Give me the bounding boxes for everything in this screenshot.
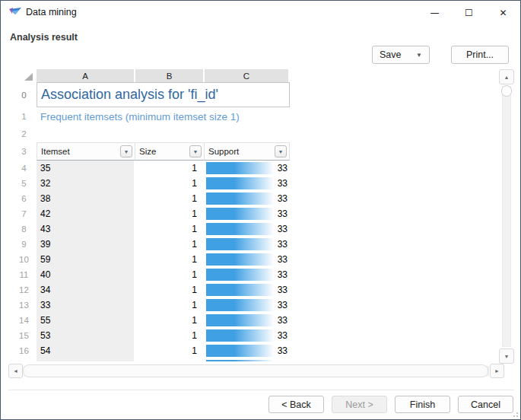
size-cell[interactable]: 1 <box>135 237 205 252</box>
support-column-header[interactable]: Support ▼ <box>205 142 290 161</box>
vertical-scrollbar-thumb[interactable] <box>501 85 512 97</box>
itemset-header-label: Itemset <box>41 147 70 156</box>
footer-divider <box>8 390 514 390</box>
vertical-scrollbar-track[interactable] <box>502 86 511 347</box>
row-number[interactable]: 15 <box>11 328 37 343</box>
save-button[interactable]: Save ▼ <box>372 46 430 64</box>
size-cell[interactable]: 1 <box>135 313 205 328</box>
row-number[interactable]: 4 <box>11 161 37 176</box>
analysis-title-cell[interactable]: Association analysis for 'fi_id' <box>37 82 290 107</box>
back-button[interactable]: < Back <box>268 396 324 413</box>
size-cell[interactable]: 1 <box>135 252 205 267</box>
result-spreadsheet: A B C 0 Association analysis for 'fi_id'… <box>11 69 290 361</box>
scroll-left-button[interactable]: ◄ <box>8 364 23 378</box>
scroll-right-button[interactable]: ► <box>490 364 504 378</box>
row-number[interactable]: 5 <box>11 176 37 191</box>
title-row: 0 Association analysis for 'fi_id' <box>11 82 290 107</box>
table-body: 4 35 1 33 5 32 1 33 6 38 1 33 <box>11 161 290 361</box>
title-bar: Data mining — ☐ ✕ <box>1 1 520 24</box>
itemset-cell[interactable]: 38 <box>37 191 135 206</box>
row-number[interactable]: 8 <box>11 221 37 237</box>
support-cell[interactable]: 33 <box>205 358 290 361</box>
size-cell[interactable]: 1 <box>135 161 205 176</box>
size-filter-button[interactable]: ▼ <box>189 145 202 158</box>
itemset-cell[interactable]: 33 <box>37 298 135 313</box>
support-cell[interactable]: 33 <box>205 221 290 237</box>
support-cell[interactable]: 33 <box>205 328 290 343</box>
size-cell[interactable]: 1 <box>135 358 205 361</box>
scroll-up-button[interactable]: ▲ <box>499 69 514 84</box>
frequent-itemsets-cell[interactable]: Frequent itemsets (minimum itemset size … <box>37 107 290 126</box>
itemset-cell[interactable]: 32 <box>37 176 135 191</box>
row-number[interactable]: 11 <box>11 267 37 282</box>
size-cell[interactable]: 1 <box>135 328 205 343</box>
support-cell[interactable]: 33 <box>205 313 290 328</box>
itemset-cell[interactable]: 31 <box>37 358 135 361</box>
support-cell[interactable]: 33 <box>205 343 290 358</box>
itemset-cell[interactable]: 55 <box>37 313 135 328</box>
select-all-corner[interactable] <box>11 69 37 82</box>
support-cell[interactable]: 33 <box>205 206 290 221</box>
row-number[interactable]: 0 <box>11 82 37 107</box>
itemset-cell[interactable]: 35 <box>37 161 135 176</box>
row-number[interactable]: 2 <box>11 126 37 142</box>
itemset-cell[interactable]: 39 <box>37 237 135 252</box>
row-number[interactable]: 6 <box>11 191 37 206</box>
row-number[interactable]: 17 <box>11 358 37 361</box>
row-number[interactable]: 7 <box>11 206 37 221</box>
scroll-down-button[interactable]: ▼ <box>499 348 514 364</box>
vertical-scrollbar[interactable]: ▲ ▼ <box>499 69 514 364</box>
row-number[interactable]: 9 <box>11 237 37 252</box>
support-cell[interactable]: 33 <box>205 282 290 298</box>
size-cell[interactable]: 1 <box>135 298 205 313</box>
resize-grip[interactable] <box>510 409 518 417</box>
finish-button[interactable]: Finish <box>395 396 450 413</box>
horizontal-scrollbar[interactable]: ◄ ► <box>8 364 504 378</box>
size-cell[interactable]: 1 <box>135 267 205 282</box>
itemset-column-header[interactable]: Itemset ▼ <box>37 142 135 161</box>
support-cell[interactable]: 33 <box>205 298 290 313</box>
print-button[interactable]: Print... <box>451 46 509 64</box>
page-title: Analysis result <box>10 32 78 43</box>
column-header-c[interactable]: C <box>205 69 290 82</box>
support-cell[interactable]: 33 <box>205 267 290 282</box>
support-filter-button[interactable]: ▼ <box>275 145 287 158</box>
support-value: 33 <box>278 313 288 328</box>
itemset-cell[interactable]: 43 <box>37 221 135 237</box>
column-header-b[interactable]: B <box>135 69 205 82</box>
minimize-button[interactable]: — <box>418 1 452 24</box>
row-number[interactable]: 10 <box>11 252 37 267</box>
itemset-cell[interactable]: 42 <box>37 206 135 221</box>
support-value: 33 <box>278 252 288 267</box>
cancel-button[interactable]: Cancel <box>458 396 513 413</box>
close-button[interactable]: ✕ <box>486 1 520 24</box>
size-cell[interactable]: 1 <box>135 221 205 237</box>
itemset-cell[interactable]: 34 <box>37 282 135 298</box>
row-number[interactable]: 12 <box>11 282 37 298</box>
support-cell[interactable]: 33 <box>205 237 290 252</box>
size-cell[interactable]: 1 <box>135 191 205 206</box>
size-cell[interactable]: 1 <box>135 343 205 358</box>
support-cell[interactable]: 33 <box>205 176 290 191</box>
size-column-header[interactable]: Size ▼ <box>135 142 205 161</box>
column-header-a[interactable]: A <box>37 69 135 82</box>
support-cell[interactable]: 33 <box>205 252 290 267</box>
size-cell[interactable]: 1 <box>135 176 205 191</box>
size-cell[interactable]: 1 <box>135 282 205 298</box>
support-cell[interactable]: 33 <box>205 161 290 176</box>
row-number[interactable]: 13 <box>11 298 37 313</box>
row-number[interactable]: 14 <box>11 313 37 328</box>
horizontal-scrollbar-thumb[interactable] <box>23 364 488 377</box>
itemset-cell[interactable]: 54 <box>37 343 135 358</box>
itemset-filter-button[interactable]: ▼ <box>120 145 132 158</box>
itemset-cell[interactable]: 59 <box>37 252 135 267</box>
row-number[interactable]: 3 <box>11 142 37 161</box>
maximize-button[interactable]: ☐ <box>452 1 486 24</box>
table-row: 10 59 1 33 <box>11 252 290 267</box>
row-number[interactable]: 16 <box>11 343 37 358</box>
size-cell[interactable]: 1 <box>135 206 205 221</box>
itemset-cell[interactable]: 53 <box>37 328 135 343</box>
support-cell[interactable]: 33 <box>205 191 290 206</box>
itemset-cell[interactable]: 40 <box>37 267 135 282</box>
row-number[interactable]: 1 <box>11 107 37 126</box>
